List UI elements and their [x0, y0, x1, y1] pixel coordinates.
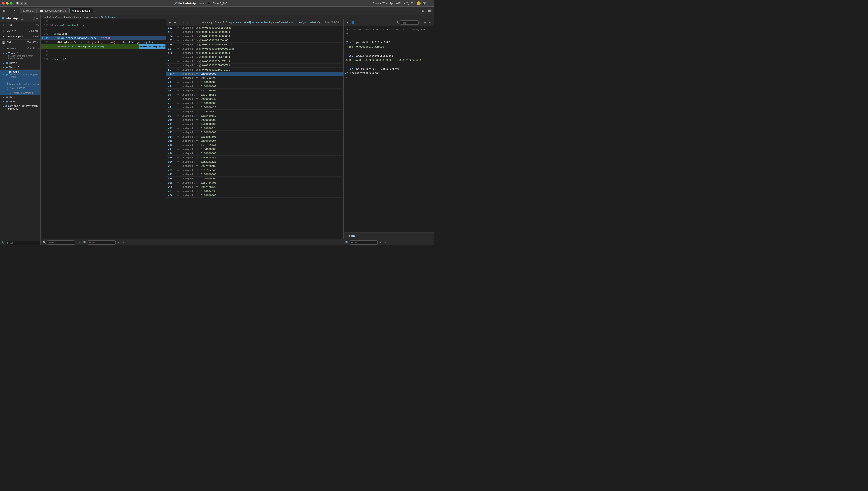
thread-4-child-0[interactable]: ⬡ 0_logos_meta_method$_ungrouped$WASigna…: [0, 80, 40, 86]
filter-input-console[interactable]: [350, 240, 377, 244]
tab-hook-reg-xm[interactable]: hook_reg.xm: [69, 8, 93, 13]
reg-row-x25[interactable]: x25 = (unsigned long) 0x000000281f84a00: [166, 38, 343, 42]
reg-row-w18[interactable]: w18 = (unsigned int) 0x00000000: [166, 151, 343, 156]
metric-energy[interactable]: ⚡ Energy Impact High: [0, 34, 40, 39]
breadcrumb-folder[interactable]: HookWhatsApp: [63, 16, 81, 19]
metric-cpu[interactable]: ⚙ CPU 0%: [0, 22, 40, 28]
reg-row-x23[interactable]: x23 = (unsigned long) 0x0000000000000000: [166, 30, 343, 34]
filter-input-main[interactable]: [47, 240, 75, 244]
reg-row-w4[interactable]: w4 = (unsigned int) 0x0cf2b050: [166, 93, 343, 97]
reg-row-w26[interactable]: w26 = (unsigned int) 0x824e83c0: [166, 185, 343, 189]
reg-row-w16[interactable]: w16 = (unsigned int) 0xaff150a4: [166, 143, 343, 147]
thread-7[interactable]: ▶ com.apple.uikit.eventfetch-thread (7): [0, 104, 40, 111]
reg-row-w11[interactable]: w11 = (unsigned int) 0x00000000: [166, 122, 343, 126]
reg-row-w3[interactable]: w3 = (unsigned int) 0xaff890e0: [166, 89, 343, 93]
console-clear-btn[interactable]: ⊗: [428, 21, 432, 24]
thread-4-child-1[interactable]: ⬡ 1 sub_6307F8: [0, 87, 40, 90]
filter-input-right[interactable]: [88, 240, 116, 244]
reg-row-w14[interactable]: w14 = (unsigned int) 0x94047800: [166, 135, 343, 139]
reg-row-w8[interactable]: w8 = (unsigned int) 0xd54b0048: [166, 110, 343, 114]
console-input-field[interactable]: [356, 234, 432, 237]
reg-row-fp[interactable]: fp = (unsigned long) 0x000000016bf7a810: [166, 55, 343, 59]
reg-row-x27[interactable]: x27 = (unsigned long) 0x000000000010d00c…: [166, 47, 343, 51]
reg-nav-fwd[interactable]: →: [191, 21, 195, 24]
split-view-button[interactable]: ⊟: [421, 8, 426, 13]
reg-nav-back[interactable]: ←: [186, 21, 190, 24]
reg-row-w13[interactable]: w13 = (unsigned int) 0x00000000: [166, 131, 343, 135]
metric-network[interactable]: ↕ Network Zero KB/s: [0, 46, 40, 51]
sidebar-filter-input[interactable]: [6, 241, 41, 245]
reg-path-whatsapp[interactable]: WhatsApp: [202, 21, 213, 24]
thread-3[interactable]: ▶ Thread 3: [0, 65, 40, 69]
minimize-button[interactable]: [6, 2, 9, 5]
console-settings-btn[interactable]: ⊞: [423, 21, 427, 24]
reg-row-w23[interactable]: w23 = (unsigned int) 0x00000000: [166, 172, 343, 177]
reg-row-w15[interactable]: w15 = (unsigned int) 0x0000008f: [166, 139, 343, 143]
reg-row-sp[interactable]: sp = (unsigned long) 0x000000016bf7a760: [166, 63, 343, 68]
filter-console-btn-2[interactable]: ✕: [383, 240, 387, 244]
reg-row-w6[interactable]: w6 = (unsigned int) 0x00000000: [166, 101, 343, 106]
reg-row-w19[interactable]: w19 = (unsigned int) 0x824e8140: [166, 156, 343, 160]
reg-row-x28[interactable]: x28 = (unsigned long) 0x0000000000000000: [166, 51, 343, 55]
reg-row-w9[interactable]: w9 = (unsigned int) 0xd54b048b: [166, 114, 343, 118]
sidebar-info-button[interactable]: ⓘ: [33, 17, 35, 20]
reg-row-w12[interactable]: w12 = (unsigned int) 0x000007fd: [166, 126, 343, 131]
reg-row-w22[interactable]: w22 = (unsigned int) 0x815bc8a0: [166, 168, 343, 172]
thread-4-child-2[interactable]: ⬡ 9__pthread_wqthread: [0, 91, 40, 95]
reg-step-over-btn[interactable]: ↪: [173, 21, 177, 24]
reg-row-w28[interactable]: w28 = (unsigned int) 0x00000000: [166, 193, 343, 198]
thread-1[interactable]: ▶ Thread 1 Queue: com.apple.main-thread …: [0, 51, 40, 61]
thread-6[interactable]: ▶ Thread 6: [0, 99, 40, 104]
console-filter-input[interactable]: [400, 21, 418, 25]
close-button[interactable]: [2, 2, 5, 5]
filter-settings-btn[interactable]: ⊞: [117, 240, 120, 244]
breadcrumb-func[interactable]: No Selection: [101, 16, 115, 19]
reg-row-w24[interactable]: w24 = (unsigned int) 0x00000000: [166, 177, 343, 181]
metric-memory[interactable]: ◈ Memory 36.6 MB: [0, 28, 40, 34]
reg-row-w7[interactable]: w7 = (unsigned int) 0x00000d20: [166, 106, 343, 110]
reg-path-thread4[interactable]: Thread 4: [215, 21, 224, 24]
tab-control[interactable]: ⊡ control: [20, 8, 37, 13]
reg-row-lr[interactable]: lr = (unsigned long) 0x000000010ce771a4: [166, 59, 343, 63]
reg-play-btn[interactable]: ▶: [168, 21, 172, 24]
tab-hookwhatsapp-xm[interactable]: ⬜ HookWhatsApp.xm: [37, 8, 69, 13]
console-info-btn[interactable]: ℹ: [420, 21, 423, 24]
console-toggle-btn[interactable]: ⊡: [345, 21, 349, 24]
thread-5[interactable]: ▶ Thread 5: [0, 95, 40, 99]
reg-row-w25[interactable]: w25 = (unsigned int) 0x81f84a00: [166, 181, 343, 185]
play-button[interactable]: ▶: [24, 2, 27, 5]
filter-clear-btn[interactable]: ✕: [121, 240, 125, 244]
reg-row-w17[interactable]: w17 = (unsigned int) 0x14000000: [166, 147, 343, 151]
stop-button[interactable]: ⏹: [20, 2, 23, 5]
breadcrumb-file[interactable]: hook_reg.xm: [84, 16, 98, 19]
thread-4[interactable]: ▼ Thread 4 Queue: net.whatsapp.crypto (s…: [0, 69, 40, 95]
breadcrumb-app[interactable]: HookWhatsApp: [42, 16, 60, 19]
forward-button[interactable]: ›: [12, 8, 16, 13]
layout-button[interactable]: ☰: [427, 8, 432, 13]
reg-step-out-btn[interactable]: ↑: [182, 21, 185, 24]
reg-row-w20[interactable]: w20 = (unsigned int) 0x83191820: [166, 160, 343, 164]
reg-path-func[interactable]: 0_logos_meta_method$_ungrouped$WASignalK…: [226, 21, 320, 24]
console-person-btn[interactable]: 👤: [350, 21, 355, 24]
sidebar-toggle-button[interactable]: ⬜: [16, 2, 19, 5]
reg-row-pc[interactable]: pc = (unsigned long) 0x000000010ce771ac: [166, 68, 343, 72]
metric-disk[interactable]: 💾 Disk Zero KB/s: [0, 39, 40, 46]
reg-row-w2[interactable]: w2 = (unsigned int) 0x00000005: [166, 84, 343, 89]
reg-row-w0[interactable]: w0 = (unsigned int) 0x8129c690: [166, 76, 343, 80]
reg-row-x22[interactable]: x22 = (unsigned long) 0x000000002815bc8a…: [166, 26, 343, 30]
reg-row-x24[interactable]: x24 = (unsigned long) 0x0000000000000000: [166, 34, 343, 38]
reg-step-into-btn[interactable]: ↓: [178, 21, 181, 24]
filter-all-btn[interactable]: All: [76, 241, 81, 244]
thread-2[interactable]: ▶ Thread 2: [0, 61, 40, 65]
reg-row-w27[interactable]: w27 = (unsigned int) 0x0d00c038: [166, 189, 343, 193]
reg-row-x26[interactable]: x26 = (unsigned long) 0x000000002824e83c…: [166, 42, 343, 47]
reg-row-w10[interactable]: w10 = (unsigned int) 0x00000000: [166, 118, 343, 122]
reg-row-w1[interactable]: w1 = (unsigned int) 0x00000008: [166, 80, 343, 84]
reg-row-cpsr[interactable]: cpsr = (unsigned int) 0x60000000: [166, 72, 343, 76]
add-tab-button[interactable]: +: [428, 1, 432, 5]
sidebar-view-button[interactable]: ⊞: [2, 8, 7, 13]
back-button[interactable]: ‹: [8, 8, 11, 13]
reg-row-w5[interactable]: w5 = (unsigned int) 0x00000039: [166, 97, 343, 101]
sidebar-record-button[interactable]: ⏺: [36, 17, 39, 20]
maximize-button[interactable]: [10, 2, 12, 5]
